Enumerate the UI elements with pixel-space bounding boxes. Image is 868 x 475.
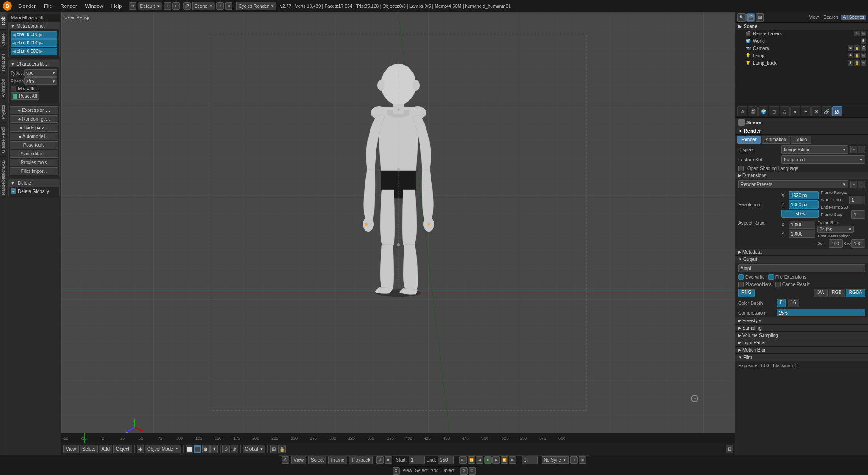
vt-material[interactable]: ◕ [202,445,210,453]
jump-start[interactable]: ⏮ [459,456,467,464]
display-value-dropdown[interactable]: Image Editor ▼ [781,145,848,154]
oi-render-btn-4[interactable]: 🎬 [861,53,866,58]
workspace-select[interactable]: Default▼ [138,2,162,10]
prop-icon-constraints[interactable]: 🔗 [822,106,832,116]
film-header[interactable]: ▼ Film [735,354,868,361]
framerate-dropdown[interactable]: 24 fps ▼ [817,226,854,233]
vt-wireframe[interactable]: ⬜ [186,445,193,453]
oi-lock-btn-4[interactable]: 🔒 [854,53,860,58]
frame-step-value[interactable]: 1 [851,210,865,219]
render-header[interactable]: ▼ Render [735,127,868,135]
scene-close[interactable]: ✕ [225,2,232,10]
vt-select[interactable]: Select [80,445,98,453]
prop-icon-scene[interactable]: 🎬 [748,106,758,116]
oi-vis-btn-3[interactable]: 👁 [848,45,853,51]
types-select[interactable]: spe ▼ [24,69,57,77]
bw-btn[interactable]: BW [814,289,828,297]
res-x-value[interactable]: 1920 px [789,191,819,199]
vtab-create[interactable]: Create [0,29,6,50]
end-frame-input[interactable]: 250 [438,456,454,464]
playback-menu[interactable]: Playback [349,456,373,464]
meta-input-3[interactable]: ◀ cha: 0.000 ▶ [11,48,57,55]
vtab-manuellab[interactable]: ManuelbastionLAB [0,156,6,199]
viewport-3d[interactable]: User Persp [61,12,735,455]
menu-help[interactable]: Help [108,2,126,10]
vtab-grease[interactable]: Grease Pencil [0,123,6,157]
tab-audio[interactable]: Audio [791,136,811,144]
rpanel-scene[interactable]: 🎬 [746,13,755,22]
start-frame-value[interactable]: 1 [849,196,865,204]
vtab-relations[interactable]: Relations [0,50,6,75]
meta-input-2[interactable]: ◀ cha: 0.000 ▶ [11,39,57,47]
overwrite-cb[interactable] [738,274,744,280]
oi-lock-btn[interactable]: 🔒 [854,45,860,51]
vt-rendered[interactable]: ✦ [210,445,218,453]
old-value[interactable]: 100 [829,239,843,248]
volume-header[interactable]: ▶ Volume Sampling [735,332,868,339]
loop-icon[interactable]: ⟳ [376,456,384,464]
aspect-y-value[interactable]: 1.000 [789,230,815,238]
screen-icon[interactable]: ⊡ [469,467,476,475]
menu-file[interactable]: File [40,2,56,10]
oi-vis-btn[interactable]: 👁 [854,31,860,36]
tool-expression[interactable]: ● Expression ... [10,106,58,114]
cd-8-btn[interactable]: 8 [777,299,786,307]
prop-icon-mesh[interactable]: △ [780,106,790,116]
marker-menu[interactable]: Select [308,456,326,464]
oi-render-btn[interactable]: 🎬 [861,31,866,36]
tab-animation[interactable]: Animation [762,136,790,144]
meta-param-header[interactable]: ▼ Meta paramet [9,22,59,29]
output-path-input[interactable] [738,264,865,272]
meta-input-1[interactable]: ◀ cha: 0.000 ▶ [11,31,57,39]
vt-pivot[interactable]: ⊕ [231,445,238,453]
workspace-add[interactable]: + [164,2,171,10]
scene-select[interactable]: Scene▼ [192,2,215,10]
vt-solid[interactable]: ⬛ [194,445,201,453]
display-icon-1[interactable]: + [850,146,857,153]
reset-all-btn[interactable]: Reset All [11,92,39,100]
start-frame-input[interactable]: 1 [409,456,425,464]
png-btn[interactable]: PNG [738,289,755,297]
tool-body[interactable]: ● Body para... [10,124,58,132]
res-pct-value[interactable]: 50% [781,210,819,218]
rpanel-render[interactable]: 🖼 [756,13,764,22]
vt-object[interactable]: Object [113,445,132,453]
oi-vis-btn-5[interactable]: 👁 [848,60,853,66]
prop-icon-material[interactable]: ● [790,106,800,116]
freestyle-header[interactable]: ▶ Freestyle [735,317,868,325]
prop-icon-world[interactable]: 🌍 [758,106,768,116]
prop-icon-render[interactable]: 🖥 [737,106,747,116]
characters-header[interactable]: ▼ Characters lib... [9,61,59,67]
tool-pose[interactable]: Pose tools [10,141,58,149]
frame-menu[interactable]: Frame [328,456,347,464]
menu-render[interactable]: Render [57,2,81,10]
vt-view[interactable]: View [63,445,79,453]
tool-files[interactable]: Files impor... [10,167,58,175]
global-select[interactable]: Global▼ [243,445,266,453]
presets-del[interactable]: - [858,181,865,188]
play-back[interactable]: ◀ [476,456,483,464]
prop-icon-object[interactable]: ◻ [769,106,779,116]
play-fwd[interactable]: ▶ [492,456,500,464]
autokey-icon[interactable]: ⏺ [385,456,392,464]
oi-render-btn-5[interactable]: 🎬 [861,60,866,66]
file-ext-cb[interactable] [768,274,774,280]
delete-globally-checkbox[interactable] [11,188,16,194]
dimensions-header[interactable]: ▶ Dimensions [735,172,868,179]
nav-dot[interactable] [691,395,698,402]
prop-icon-active-render[interactable]: 🖼 [832,106,842,116]
vtab-animation[interactable]: Animation [0,75,6,101]
new-value[interactable]: 100 [851,239,865,248]
cache-cb[interactable] [775,282,781,287]
vt-snap[interactable]: ⊞ [270,445,277,453]
tool-automodell[interactable]: ● Automodell... [10,133,58,140]
stop[interactable]: ■ [484,456,492,464]
menu-window[interactable]: Window [82,2,107,10]
workspace-close[interactable]: ✕ [172,2,180,10]
rgb-btn[interactable]: RGB [829,289,845,297]
vt-add[interactable]: Add [99,445,112,453]
tool-proxies[interactable]: Proxies tools [10,159,58,166]
oi-render-btn-3[interactable]: 🎬 [861,45,866,51]
display-icon-2[interactable]: - [858,146,865,153]
tool-skin[interactable]: Skin editor ... [10,150,58,158]
